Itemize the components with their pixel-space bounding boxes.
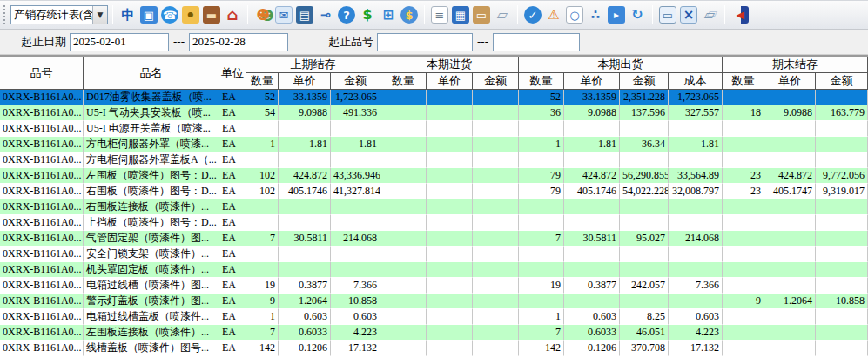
notebook-icon[interactable]: ▤ — [296, 6, 313, 24]
cell-name[interactable]: 电箱过线槽（喷漆件）图... — [84, 278, 219, 294]
cell-end-price[interactable] — [764, 247, 816, 262]
cell-out-amount[interactable] — [620, 262, 669, 278]
table-row[interactable]: 0XRX-B1161A0...安全门锁支架（喷漆件）...EA — [0, 247, 868, 262]
cell-prev-amount[interactable] — [331, 262, 380, 278]
cell-end-amount[interactable]: 9,772.056 — [816, 168, 868, 184]
cell-code[interactable]: 0XRX-B1161A0... — [0, 247, 84, 262]
cell-code[interactable]: 0XRX-B1161A0... — [0, 90, 84, 105]
cell-name[interactable]: 方电柜伺服器外罩盖板A（... — [84, 152, 219, 168]
cell-out-cost[interactable]: 0.603 — [669, 309, 723, 325]
cell-end-qty[interactable]: 23 — [723, 184, 764, 199]
cell-in-amount[interactable] — [473, 121, 519, 137]
cell-name[interactable]: 警示灯盖板（喷漆件）图... — [84, 294, 219, 309]
cell-end-amount[interactable]: 9,319.017 — [816, 184, 868, 199]
date-to-input[interactable] — [189, 33, 288, 51]
cell-end-price[interactable]: 9.0988 — [764, 105, 816, 121]
cell-in-amount[interactable] — [473, 325, 519, 341]
cell-end-qty[interactable] — [723, 137, 764, 152]
cell-prev-qty[interactable] — [246, 121, 279, 137]
cell-prev-qty[interactable] — [246, 215, 279, 231]
cell-out-qty[interactable] — [519, 262, 564, 278]
cell-out-amount[interactable]: 8.25 — [620, 309, 669, 325]
cell-out-qty[interactable]: 1 — [519, 137, 564, 152]
cell-in-qty[interactable] — [380, 341, 427, 356]
cell-name[interactable]: U5-I 气动夹具安装板（喷... — [84, 105, 219, 121]
cell-end-amount[interactable] — [816, 247, 868, 262]
cell-in-price[interactable] — [427, 184, 473, 199]
cell-end-price[interactable] — [764, 278, 816, 294]
cell-prev-price[interactable] — [279, 121, 331, 137]
cell-end-price[interactable] — [764, 121, 816, 137]
cell-end-amount[interactable] — [816, 121, 868, 137]
cell-prev-qty[interactable] — [246, 152, 279, 168]
remote-desktop-icon[interactable]: ▸ — [608, 6, 625, 24]
cell-out-cost[interactable] — [669, 262, 723, 278]
date-from-input[interactable] — [70, 33, 169, 51]
cell-end-price[interactable] — [764, 231, 816, 247]
cell-end-price[interactable] — [764, 215, 816, 231]
cell-in-price[interactable] — [427, 121, 473, 137]
cell-out-price[interactable] — [564, 215, 620, 231]
cell-code[interactable]: 0XRX-B1161A0... — [0, 152, 84, 168]
cell-end-amount[interactable] — [816, 341, 868, 356]
cell-out-qty[interactable]: 142 — [519, 341, 564, 356]
cell-out-amount[interactable]: 370.708 — [620, 341, 669, 356]
cell-out-qty[interactable]: 7 — [519, 325, 564, 341]
cell-code[interactable]: 0XRX-B1161A0... — [0, 309, 84, 325]
cell-in-price[interactable] — [427, 199, 473, 215]
cell-end-amount[interactable]: 163.779 — [816, 105, 868, 121]
copy-icon[interactable]: ▱ — [494, 6, 511, 24]
cell-out-qty[interactable] — [519, 294, 564, 309]
cell-in-price[interactable] — [427, 215, 473, 231]
report-icon[interactable]: ≡ — [431, 6, 448, 24]
cell-code[interactable]: 0XRX-B1161A0... — [0, 184, 84, 199]
cell-end-qty[interactable] — [723, 325, 764, 341]
cell-end-qty[interactable] — [723, 262, 764, 278]
cell-out-qty[interactable] — [519, 215, 564, 231]
cell-out-price[interactable]: 0.3877 — [564, 278, 620, 294]
cell-in-amount[interactable] — [473, 184, 519, 199]
cell-unit[interactable]: EA — [219, 294, 246, 309]
cell-unit[interactable]: EA — [219, 231, 246, 247]
cell-in-price[interactable] — [427, 247, 473, 262]
cell-in-qty[interactable] — [380, 262, 427, 278]
cell-in-price[interactable] — [427, 168, 473, 184]
cell-name[interactable]: 左围板（喷漆件）图号：D... — [84, 168, 219, 184]
cell-end-qty[interactable] — [723, 309, 764, 325]
cell-in-amount[interactable] — [473, 294, 519, 309]
cell-name[interactable]: 气管固定架（喷漆件）图... — [84, 231, 219, 247]
cell-prev-price[interactable]: 424.872 — [279, 168, 331, 184]
cell-in-price[interactable] — [427, 231, 473, 247]
cell-name[interactable]: 右围板（喷漆件）图号：D... — [84, 184, 219, 199]
cell-end-qty[interactable] — [723, 90, 764, 105]
cell-prev-qty[interactable]: 7 — [246, 231, 279, 247]
cell-code[interactable]: 0XRX-B1161A0... — [0, 278, 84, 294]
cell-prev-qty[interactable]: 102 — [246, 184, 279, 199]
cell-in-amount[interactable] — [473, 262, 519, 278]
cell-out-price[interactable]: 405.1746 — [564, 184, 620, 199]
cell-out-qty[interactable]: 19 — [519, 278, 564, 294]
cell-name[interactable]: 安全门锁支架（喷漆件）... — [84, 247, 219, 262]
cell-prev-price[interactable]: 0.3877 — [279, 278, 331, 294]
cell-out-qty[interactable]: 36 — [519, 105, 564, 121]
cell-out-qty[interactable]: 79 — [519, 184, 564, 199]
cell-end-price[interactable] — [764, 152, 816, 168]
cell-in-qty[interactable] — [380, 121, 427, 137]
cell-in-amount[interactable] — [473, 215, 519, 231]
cell-end-price[interactable] — [764, 309, 816, 325]
cell-name[interactable]: 左围板连接板（喷漆件）... — [84, 325, 219, 341]
cell-prev-amount[interactable] — [331, 199, 380, 215]
table-row[interactable]: 0XRX-B1161A0...左围板（喷漆件）图号：D...EA102424.8… — [0, 168, 868, 184]
cell-out-qty[interactable]: 7 — [519, 231, 564, 247]
cell-in-qty[interactable] — [380, 278, 427, 294]
cell-in-price[interactable] — [427, 309, 473, 325]
cell-in-price[interactable] — [427, 341, 473, 356]
cell-out-price[interactable] — [564, 121, 620, 137]
cell-prev-price[interactable]: 405.1746 — [279, 184, 331, 199]
cell-prev-amount[interactable]: 0.603 — [331, 309, 380, 325]
cell-end-amount[interactable] — [816, 137, 868, 152]
cell-code[interactable]: 0XRX-B1161A0... — [0, 215, 84, 231]
cell-out-price[interactable] — [564, 152, 620, 168]
cell-end-amount[interactable]: 10.858 — [816, 294, 868, 309]
cell-out-amount[interactable] — [620, 294, 669, 309]
